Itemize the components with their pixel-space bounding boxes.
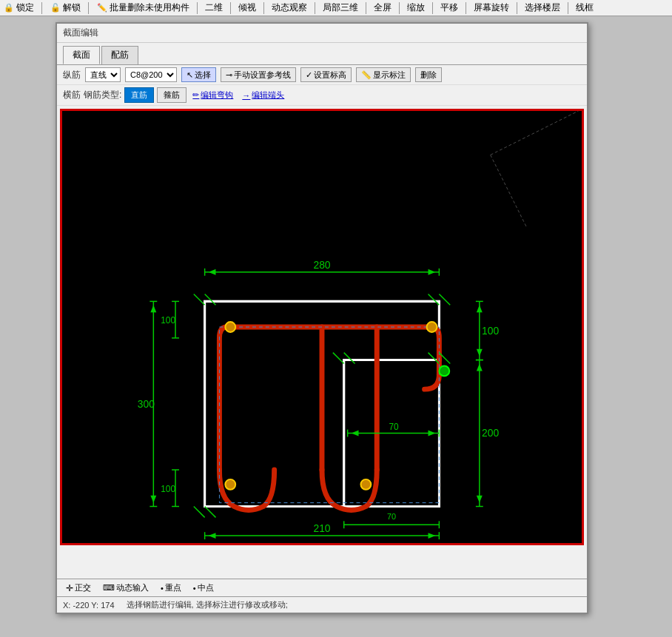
tab-bar: 截面 配筋 bbox=[57, 43, 587, 65]
set-elevation-button[interactable]: ✓ 设置标高 bbox=[300, 67, 352, 82]
svg-marker-38 bbox=[477, 363, 483, 371]
svg-line-55 bbox=[429, 294, 440, 305]
rebar-type-label: 钢筋类型: bbox=[84, 89, 121, 101]
separator3 bbox=[197, 2, 198, 14]
line-type-select[interactable]: 直线 bbox=[85, 67, 121, 82]
select-button[interactable]: ↖ 选择 bbox=[181, 67, 216, 82]
svg-marker-33 bbox=[477, 305, 483, 312]
separator10 bbox=[466, 2, 466, 14]
svg-point-13 bbox=[439, 365, 449, 376]
toolbar-select-floor[interactable]: 选择楼层 bbox=[525, 1, 560, 14]
toolbar-2d[interactable]: 二维 bbox=[205, 1, 223, 14]
dim-left-sub2: 100 bbox=[161, 484, 175, 494]
unlock-icon: 🔓 bbox=[50, 2, 61, 14]
midpoint-icon: • bbox=[193, 584, 196, 593]
coord-bar: X: -220 Y: 174 选择钢筋进行编辑, 选择标注进行修改或移动; bbox=[57, 596, 587, 613]
svg-marker-39 bbox=[477, 496, 483, 503]
svg-marker-18 bbox=[429, 269, 436, 275]
keyboard-icon: ⌨ bbox=[103, 583, 115, 593]
main-svg: 280 300 100 1 bbox=[62, 111, 582, 543]
show-annotation-button[interactable]: 📏 显示标注 bbox=[356, 67, 411, 82]
svg-marker-34 bbox=[477, 349, 483, 357]
svg-line-53 bbox=[194, 294, 205, 305]
svg-marker-48 bbox=[209, 533, 216, 539]
pencil-hook-icon: ✏ bbox=[192, 90, 199, 100]
toolbar-pan[interactable]: 平移 bbox=[440, 1, 458, 14]
annotation-icon: 📏 bbox=[361, 70, 372, 80]
svg-marker-22 bbox=[150, 305, 156, 312]
toolbar-dynamic-observe[interactable]: 动态观察 bbox=[272, 1, 307, 14]
tab-section[interactable]: 截面 bbox=[63, 46, 100, 64]
toolbar-tilt-view[interactable]: 倾视 bbox=[238, 1, 256, 14]
svg-line-58 bbox=[205, 507, 216, 518]
stirrup-button[interactable]: 箍筋 bbox=[157, 87, 187, 103]
ortho-button[interactable]: ✛ 正交 bbox=[63, 582, 94, 594]
arrow-end-icon: → bbox=[242, 91, 250, 100]
svg-line-1 bbox=[491, 155, 527, 228]
snap-endpoint-button[interactable]: • 重点 bbox=[158, 582, 184, 594]
delete-button[interactable]: 删除 bbox=[415, 67, 442, 82]
dim-bottom: 210 bbox=[313, 522, 330, 534]
toolbar-batch-delete[interactable]: ✏️ 批量删除未使用构件 bbox=[96, 1, 189, 14]
svg-point-10 bbox=[427, 322, 437, 332]
reference-line-icon: ⊸ bbox=[226, 70, 232, 80]
svg-point-9 bbox=[225, 322, 235, 332]
dim-right-top: 100 bbox=[482, 325, 499, 337]
svg-point-12 bbox=[360, 479, 371, 490]
toolbar-unlock[interactable]: 🔓 解锁 bbox=[50, 1, 81, 14]
svg-line-56 bbox=[439, 294, 450, 305]
dialog-title: 截面编辑 bbox=[57, 24, 587, 43]
toolbar-lock[interactable]: 🔒 锁定 bbox=[3, 1, 34, 14]
edit-hook-button[interactable]: ✏ 编辑弯钩 bbox=[189, 88, 236, 102]
dynamic-input-button[interactable]: ⌨ 动态输入 bbox=[100, 582, 152, 594]
toolbar-local-3d[interactable]: 局部三维 bbox=[323, 1, 358, 14]
separator11 bbox=[517, 2, 517, 14]
separator7 bbox=[366, 2, 366, 14]
status-bar: ✛ 正交 ⌨ 动态输入 • 重点 • 中点 bbox=[57, 579, 587, 596]
status-message: 选择钢筋进行编辑, 选择标注进行修改或移动; bbox=[127, 599, 288, 610]
svg-marker-17 bbox=[209, 269, 216, 275]
toolbar-row-2: 横筋 钢筋类型: 直筋 箍筋 ✏ 编辑弯钩 → 编辑端头 bbox=[57, 85, 587, 106]
separator bbox=[41, 2, 42, 14]
dim-left-sub1: 100 bbox=[161, 315, 175, 326]
toolbar-zoom[interactable]: 缩放 bbox=[407, 1, 425, 14]
separator8 bbox=[399, 2, 400, 14]
rebar-size-select[interactable]: C8@200 bbox=[125, 67, 177, 82]
dim-notch-width: 70 bbox=[389, 422, 399, 432]
toolbar-fullscreen[interactable]: 全屏 bbox=[374, 1, 392, 14]
edit-end-button[interactable]: → 编辑端头 bbox=[239, 88, 287, 102]
drawing-canvas[interactable]: 280 300 100 1 bbox=[60, 109, 584, 545]
svg-line-59 bbox=[333, 353, 344, 364]
svg-marker-23 bbox=[150, 496, 156, 503]
dim-top: 280 bbox=[313, 259, 330, 271]
check-icon: ✓ bbox=[306, 70, 312, 80]
set-reference-line-button[interactable]: ⊸ 手动设置参考线 bbox=[221, 67, 296, 82]
cursor-icon: ↖ bbox=[187, 70, 193, 80]
lock-icon: 🔒 bbox=[3, 2, 15, 14]
separator4 bbox=[230, 2, 231, 14]
snap-midpoint-button[interactable]: • 中点 bbox=[190, 582, 217, 594]
straight-rebar-button[interactable]: 直筋 bbox=[124, 87, 154, 103]
separator5 bbox=[263, 2, 264, 14]
tab-rebar[interactable]: 配筋 bbox=[101, 46, 138, 64]
coordinates-display: X: -220 Y: 174 bbox=[63, 601, 115, 610]
transverse-label: 横筋 bbox=[63, 89, 81, 101]
ortho-icon: ✛ bbox=[66, 583, 73, 593]
longitudinal-label: 纵筋 bbox=[63, 69, 81, 81]
top-toolbar: 🔒 锁定 🔓 解锁 ✏️ 批量删除未使用构件 二维 倾视 动态观察 局部三维 全… bbox=[0, 0, 672, 16]
svg-line-0 bbox=[491, 111, 579, 155]
svg-marker-49 bbox=[429, 533, 436, 539]
pencil-icon: ✏️ bbox=[96, 2, 108, 14]
dim-right-bottom: 200 bbox=[482, 427, 499, 439]
dot-icon: • bbox=[161, 584, 164, 593]
canvas-wrapper: 280 300 100 1 bbox=[57, 106, 587, 579]
dim-bottom-sub: 70 bbox=[387, 512, 396, 521]
dialog-window: 截面编辑 截面 配筋 纵筋 直线 C8@200 ↖ 选择 bbox=[56, 22, 588, 614]
svg-line-57 bbox=[194, 507, 205, 518]
toolbar-wireframe[interactable]: 线框 bbox=[576, 1, 594, 14]
separator6 bbox=[315, 2, 315, 14]
separator12 bbox=[568, 2, 568, 14]
separator2 bbox=[88, 2, 89, 14]
svg-line-54 bbox=[205, 294, 216, 305]
toolbar-screen-rotate[interactable]: 屏幕旋转 bbox=[474, 1, 509, 14]
